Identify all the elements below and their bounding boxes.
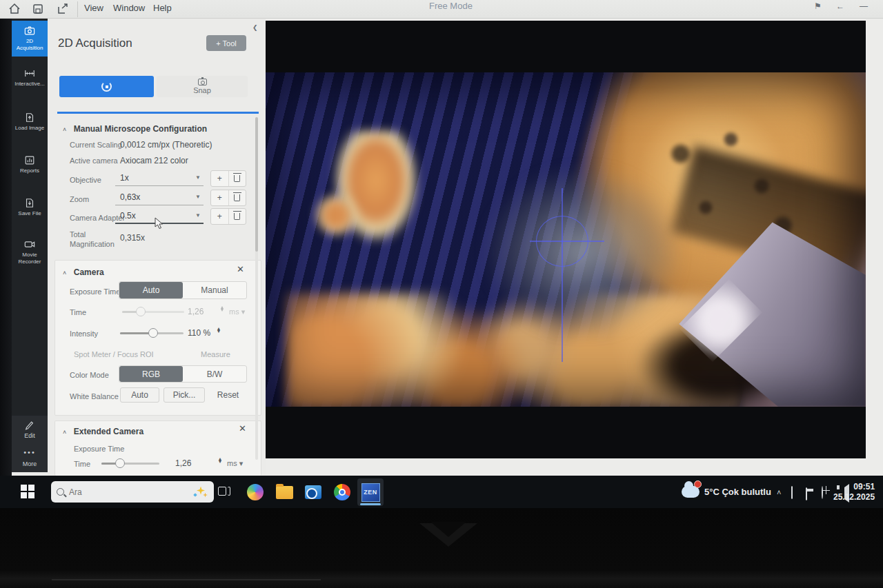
- zoom-add-button[interactable]: +: [211, 190, 228, 205]
- extended-time-value: 1,26: [175, 458, 191, 468]
- extended-time-slider[interactable]: [101, 463, 159, 465]
- time-slider-knob[interactable]: [136, 307, 146, 316]
- config-section-header[interactable]: ˄ Manual Microscope Configuration: [63, 122, 207, 134]
- menu-help[interactable]: Help: [153, 3, 172, 13]
- collapse-caret-icon: ˄: [63, 429, 66, 436]
- wb-auto-button[interactable]: Auto: [120, 387, 159, 403]
- feedback-icon[interactable]: ⚑: [814, 1, 822, 11]
- app-body: 2D Acquisition Interactive... Load Image…: [0, 19, 883, 476]
- taskbar-outlook-button[interactable]: [303, 482, 324, 503]
- taskbar-chrome-button[interactable]: [332, 482, 353, 503]
- intensity-stepper[interactable]: ▲▼: [215, 327, 222, 333]
- weather-widget[interactable]: 5°C Çok bulutlu: [682, 476, 771, 508]
- sidebar-item-reports[interactable]: Reports: [12, 150, 48, 179]
- taskbar-search-box[interactable]: [51, 481, 214, 503]
- camera-close-icon[interactable]: ✕: [237, 264, 244, 274]
- tray-device-icon[interactable]: [791, 487, 793, 499]
- add-tool-button[interactable]: + Tool: [206, 35, 246, 51]
- time-unit-dropdown[interactable]: ms ▾: [229, 307, 245, 316]
- live-stop-button[interactable]: [59, 76, 154, 97]
- windows-taskbar: ZEN 5°C Çok bulutlu ˄ 09:51 25.12.2025: [0, 476, 883, 508]
- trash-icon: [234, 175, 240, 182]
- sidebar-item-save-file[interactable]: Save File: [12, 193, 48, 222]
- export-icon[interactable]: [57, 3, 69, 15]
- panel-collapse-chevron[interactable]: ❮: [252, 24, 258, 31]
- image-vignette: [266, 72, 866, 407]
- sidebar-more-button[interactable]: ••• More: [12, 444, 48, 472]
- intensity-slider-knob[interactable]: [148, 328, 158, 338]
- report-chart-icon: [24, 155, 36, 165]
- exposure-auto-button[interactable]: Auto: [119, 282, 183, 298]
- extended-time-stepper[interactable]: ▲▼: [217, 458, 224, 463]
- wb-pick-button[interactable]: Pick...: [163, 387, 205, 403]
- extended-close-icon[interactable]: ✕: [239, 423, 246, 434]
- tray-network-icon[interactable]: [822, 487, 823, 499]
- spot-meter-link[interactable]: Spot Meter / Focus ROI: [74, 350, 154, 358]
- undo-icon[interactable]: ←: [836, 1, 844, 11]
- wb-reset-button[interactable]: Reset: [209, 387, 247, 403]
- sidebar-edit-button[interactable]: Edit: [12, 416, 48, 444]
- sidebar-item-2d-acquisition[interactable]: 2D Acquisition: [12, 21, 48, 57]
- adapter-delete-button[interactable]: [228, 209, 246, 224]
- folder-icon: [276, 486, 293, 499]
- zoom-value: 0,63x: [120, 192, 140, 202]
- objective-add-button[interactable]: +: [211, 171, 228, 186]
- tray-battery-icon[interactable]: [806, 488, 807, 500]
- zoom-delete-button[interactable]: [228, 190, 246, 205]
- ellipsis-icon: •••: [24, 448, 36, 458]
- objective-delete-button[interactable]: [228, 171, 246, 186]
- sidebar-item-interactive[interactable]: Interactive...: [12, 63, 48, 92]
- extended-section-header[interactable]: ˄ Extended Camera: [63, 425, 143, 437]
- zoom-dropdown[interactable]: 0,63x ▼: [115, 190, 204, 205]
- copilot-icon: [247, 484, 264, 500]
- chrome-icon: [334, 484, 350, 500]
- extended-time-slider-knob[interactable]: [115, 458, 125, 468]
- save-icon[interactable]: [32, 3, 44, 15]
- trash-icon: [234, 213, 240, 220]
- tray-overflow-chevron[interactable]: ˄: [777, 476, 781, 508]
- snap-button[interactable]: Snap: [157, 76, 248, 97]
- zoom-label: Zoom: [70, 195, 89, 203]
- time-stepper[interactable]: ▲▼: [219, 306, 226, 312]
- camera-section-header[interactable]: ˄ Camera: [63, 265, 104, 278]
- objective-actions: +: [210, 170, 246, 187]
- extended-time-unit-dropdown[interactable]: ms ▾: [227, 459, 243, 468]
- intensity-slider[interactable]: [120, 332, 183, 334]
- free-mode-label: Free Mode: [429, 1, 473, 11]
- sidebar-item-load-image[interactable]: Load Image: [12, 108, 48, 136]
- color-mode-rgb-button[interactable]: RGB: [119, 366, 183, 382]
- extended-time-label: Time: [74, 460, 90, 468]
- exposure-manual-button[interactable]: Manual: [183, 282, 246, 298]
- load-image-icon: [24, 112, 36, 123]
- taskbar-clock[interactable]: 09:51 25.12.2025: [833, 476, 875, 508]
- task-view-button[interactable]: [218, 485, 232, 498]
- search-input[interactable]: [69, 487, 152, 497]
- menu-window[interactable]: Window: [113, 3, 145, 13]
- time-slider[interactable]: [122, 311, 184, 313]
- trash-icon: [234, 194, 240, 201]
- sidebar-item-movie-recorder[interactable]: Movie Recorder: [12, 234, 48, 270]
- home-icon[interactable]: [8, 3, 21, 15]
- sidebar-footer: Edit ••• More: [12, 416, 48, 473]
- minimize-icon[interactable]: —: [860, 1, 868, 11]
- adapter-add-button[interactable]: +: [211, 209, 228, 224]
- white-balance-label: White Balance: [70, 392, 119, 401]
- menu-bar: View Window Help Free Mode ⚑ ← —: [0, 0, 883, 19]
- start-button[interactable]: [21, 485, 34, 498]
- outlook-icon: [305, 485, 321, 499]
- taskbar-zen-button-active[interactable]: ZEN: [357, 478, 384, 506]
- panel-scrollbar[interactable]: [255, 117, 258, 460]
- color-mode-bw-button[interactable]: B/W: [183, 366, 246, 382]
- weather-alert-badge: [694, 480, 702, 488]
- menu-view[interactable]: View: [84, 3, 103, 13]
- taskbar-copilot-button[interactable]: [245, 482, 266, 503]
- screen-left-edge: [0, 19, 12, 476]
- image-viewport[interactable]: [266, 21, 866, 458]
- taskbar-explorer-button[interactable]: [274, 482, 295, 503]
- weather-text: 5°C Çok bulutlu: [704, 487, 771, 497]
- measure-link[interactable]: Measure: [201, 350, 230, 358]
- total-mag-label: Total Magnification: [70, 230, 112, 250]
- objective-dropdown[interactable]: 1x ▼: [115, 171, 204, 186]
- adapter-value: 0.5x: [120, 211, 136, 221]
- exposure-label: Exposure Time: [70, 287, 120, 296]
